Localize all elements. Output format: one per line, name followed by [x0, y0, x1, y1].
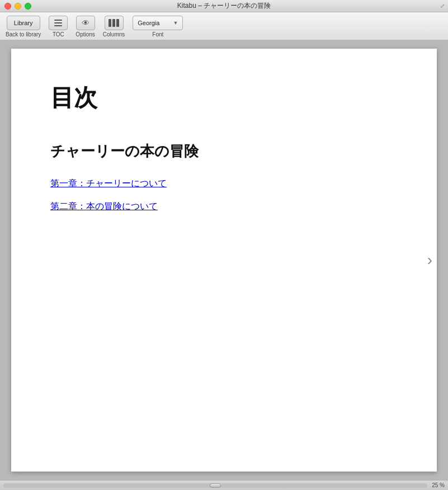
page-content: 目次 チャーリーの本の冒険 第一章：チャーリーについて 第二章：本の冒険について	[11, 49, 437, 472]
chapter1-link[interactable]: 第一章：チャーリーについて	[50, 178, 398, 190]
minimize-button[interactable]	[15, 3, 21, 10]
title-bar: Kitabu – チャーリーの本の冒険 ⤢	[0, 0, 448, 12]
columns-toolbar-item[interactable]: Columns	[100, 15, 128, 39]
window-controls[interactable]	[4, 3, 31, 10]
font-selector[interactable]: Georgia ▼	[133, 16, 183, 30]
options-toolbar-item[interactable]: 👁 Options	[72, 15, 98, 39]
options-button[interactable]: 👁	[76, 16, 95, 30]
back-to-library-label: Back to library	[6, 31, 41, 37]
window-title: Kitabu – チャーリーの本の冒険	[177, 1, 271, 11]
font-toolbar-item[interactable]: Georgia ▼ Font	[129, 15, 186, 39]
library-toolbar-item[interactable]: Library Back to library	[2, 15, 44, 39]
close-button[interactable]	[4, 3, 11, 10]
scroll-track[interactable]	[3, 483, 427, 488]
toolbar: Library Back to library TOC 👁 Options	[0, 12, 448, 40]
resize-icon: ⤢	[440, 3, 445, 9]
toc-label: TOC	[53, 31, 64, 37]
font-label: Font	[152, 31, 163, 37]
columns-button[interactable]	[105, 16, 124, 30]
toc-heading: 目次	[50, 82, 398, 114]
font-name: Georgia	[138, 20, 159, 26]
library-button[interactable]: Library	[7, 16, 40, 30]
maximize-button[interactable]	[25, 3, 31, 10]
next-page-button[interactable]: ›	[427, 251, 432, 269]
book-title: チャーリーの本の冒険	[50, 142, 398, 161]
columns-icon	[109, 19, 119, 27]
chapter2-link[interactable]: 第二章：本の冒険について	[50, 201, 398, 213]
page-container: 目次 チャーリーの本の冒険 第一章：チャーリーについて 第二章：本の冒険について	[11, 49, 437, 472]
options-label: Options	[76, 31, 95, 37]
font-dropdown-arrow: ▼	[173, 20, 178, 26]
eye-icon: 👁	[82, 18, 89, 27]
toc-icon	[53, 18, 63, 27]
zoom-level: 25 %	[432, 482, 445, 488]
toc-toolbar-item[interactable]: TOC	[45, 15, 71, 39]
columns-label: Columns	[103, 31, 125, 37]
bottom-bar: 25 %	[0, 480, 448, 490]
scroll-thumb[interactable]	[210, 483, 221, 488]
toc-button[interactable]	[49, 16, 68, 30]
main-content: 目次 チャーリーの本の冒険 第一章：チャーリーについて 第二章：本の冒険について…	[0, 40, 448, 480]
